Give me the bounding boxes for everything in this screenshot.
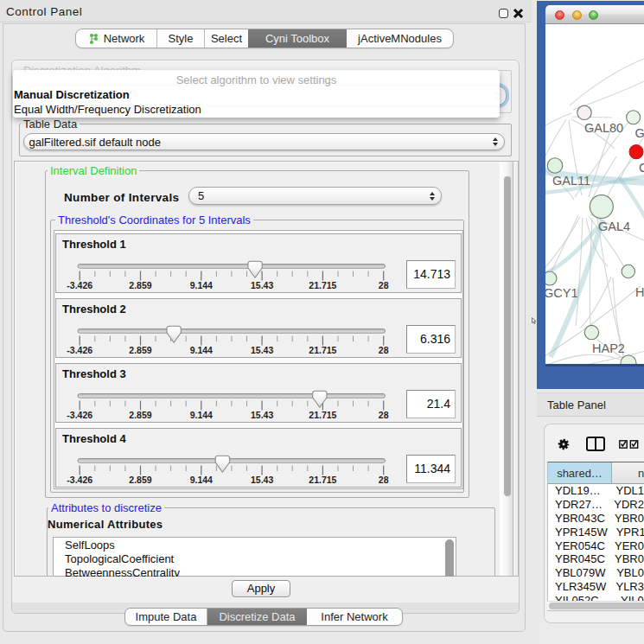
svg-text:15.43: 15.43 [251, 280, 273, 290]
svg-text:9.144: 9.144 [190, 345, 213, 355]
svg-text:C: C [639, 161, 644, 175]
svg-text:21.715: 21.715 [309, 280, 336, 290]
svg-text:H: H [635, 285, 644, 299]
svg-text:15.43: 15.43 [251, 410, 273, 420]
svg-text:-3.426: -3.426 [67, 410, 92, 420]
svg-text:-3.426: -3.426 [67, 280, 92, 290]
svg-text:GCY1: GCY1 [545, 286, 578, 300]
svg-text:2.859: 2.859 [129, 345, 151, 355]
svg-text:21.715: 21.715 [309, 475, 336, 485]
svg-text:-3.426: -3.426 [67, 475, 92, 485]
svg-text:28: 28 [379, 410, 389, 420]
svg-text:9.144: 9.144 [190, 280, 213, 290]
svg-text:GAL4: GAL4 [598, 220, 630, 233]
svg-text:21.715: 21.715 [309, 410, 336, 420]
svg-text:28: 28 [379, 475, 389, 485]
svg-text:2.859: 2.859 [129, 475, 151, 485]
svg-text:28: 28 [379, 280, 389, 290]
svg-text:2.859: 2.859 [129, 410, 151, 420]
svg-text:2.859: 2.859 [129, 280, 151, 290]
svg-text:G.: G. [635, 126, 644, 140]
svg-text:GAL11: GAL11 [552, 174, 590, 188]
svg-text:GAL80: GAL80 [584, 121, 623, 135]
svg-text:9.144: 9.144 [190, 475, 213, 485]
svg-text:HAP2: HAP2 [592, 341, 625, 355]
svg-text:15.43: 15.43 [251, 345, 273, 355]
svg-text:-3.426: -3.426 [67, 345, 92, 355]
svg-text:28: 28 [379, 345, 389, 355]
svg-text:21.715: 21.715 [309, 345, 336, 355]
svg-text:15.43: 15.43 [251, 475, 273, 485]
svg-text:9.144: 9.144 [190, 410, 213, 420]
